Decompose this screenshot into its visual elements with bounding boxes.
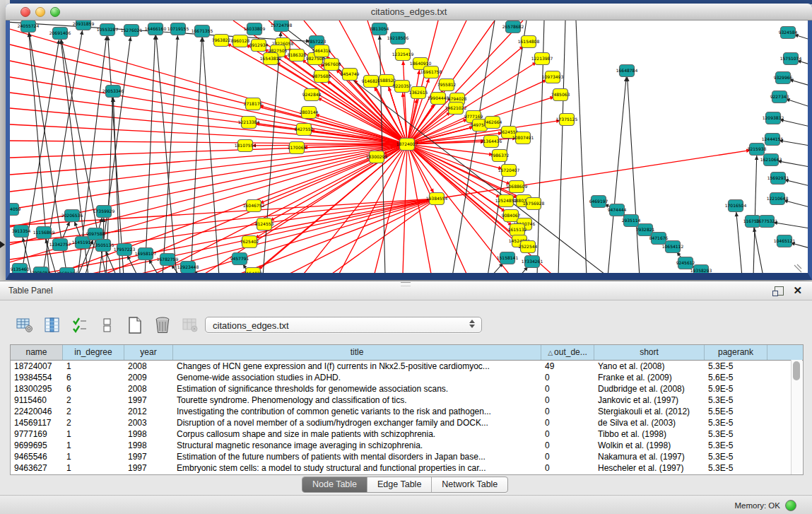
- cell[interactable]: Corpus callosum shape and size in male p…: [173, 428, 541, 440]
- cell[interactable]: 0: [541, 406, 594, 417]
- cell[interactable]: 22420046: [11, 406, 63, 417]
- network-node[interactable]: 16648784: [616, 65, 638, 77]
- network-node[interactable]: 20053346: [102, 86, 124, 98]
- cell[interactable]: Stergiakouli et al. (2012): [594, 406, 705, 417]
- table-row[interactable]: 969969511998Structural magnetic resonanc…: [11, 440, 803, 451]
- network-node[interactable]: 9135460: [11, 264, 30, 274]
- network-node[interactable]: 16543812: [260, 53, 282, 65]
- cell[interactable]: 5.5E-5: [705, 406, 767, 417]
- cell[interactable]: Yano et al. (2008): [594, 361, 705, 372]
- select-columns-icon[interactable]: [71, 316, 89, 334]
- network-node[interactable]: 19384554: [426, 193, 448, 205]
- cell[interactable]: 0: [541, 440, 594, 451]
- cell[interactable]: 2008: [124, 361, 173, 372]
- cell[interactable]: 2008: [124, 383, 173, 395]
- network-node[interactable]: 10719155: [167, 23, 189, 35]
- cell[interactable]: 2012: [124, 406, 173, 417]
- network-node[interactable]: 7625402: [240, 236, 259, 248]
- table-row[interactable]: 1830029562008Estimation of significance …: [11, 383, 803, 395]
- network-node[interactable]: 9474444: [608, 204, 627, 216]
- cell[interactable]: 2: [63, 417, 124, 428]
- table-row[interactable]: 1456911722003Disruption of a novel membe…: [11, 417, 803, 428]
- cell[interactable]: Investigating the contribution of common…: [173, 406, 541, 417]
- cell[interactable]: 1997: [124, 395, 173, 406]
- cell[interactable]: 5.3E-5: [705, 462, 767, 474]
- table-row[interactable]: 946362711997Embryonic stem cells: a mode…: [11, 462, 803, 474]
- network-node[interactable]: 1170065: [288, 142, 307, 154]
- network-node[interactable]: 18107554: [235, 140, 257, 152]
- cell[interactable]: Nakamura et al. (1997): [594, 451, 705, 462]
- table-scrollbar[interactable]: [791, 360, 802, 474]
- network-node[interactable]: 15724798: [271, 21, 293, 32]
- network-node[interactable]: 10807491: [512, 132, 534, 144]
- cell[interactable]: Franke et al. (2009): [594, 372, 705, 383]
- cell[interactable]: Jankovic et al. (1997): [594, 395, 705, 406]
- network-node[interactable]: 15158141: [497, 252, 519, 264]
- cell[interactable]: 0: [541, 372, 594, 383]
- network-node[interactable]: 7485063: [551, 89, 570, 101]
- network-node[interactable]: 17957223: [114, 244, 136, 256]
- network-node[interactable]: 16775321: [756, 216, 778, 228]
- network-node[interactable]: 8427552: [295, 124, 314, 136]
- zoom-traffic-light[interactable]: [50, 7, 60, 17]
- network-node[interactable]: 7963822: [212, 35, 231, 47]
- cell[interactable]: Genome-wide association studies in ADHD.: [173, 372, 541, 383]
- network-node[interactable]: 26578682: [502, 21, 524, 33]
- network-node[interactable]: 7955812: [437, 79, 457, 91]
- network-node[interactable]: 20681296: [57, 268, 78, 274]
- network-node[interactable]: 20206536: [61, 210, 83, 222]
- cell[interactable]: Disruption of a novel member of a sodium…: [173, 417, 541, 428]
- column-header-in-degree[interactable]: in_degree: [63, 345, 124, 360]
- tab-node-table[interactable]: Node Table: [302, 477, 367, 492]
- network-node[interactable]: 16046752: [243, 200, 265, 212]
- table-row[interactable]: 977716911998Corpus callosum shape and si…: [11, 428, 803, 440]
- cell[interactable]: 0: [541, 417, 594, 428]
- network-node[interactable]: 9875685: [312, 71, 331, 83]
- network-node[interactable]: 24055724: [18, 21, 40, 33]
- table-row[interactable]: 946554611997Estimation of the future num…: [11, 451, 803, 462]
- cell[interactable]: 0: [541, 395, 594, 406]
- cell[interactable]: 2009: [124, 372, 173, 383]
- cell[interactable]: 5.3E-5: [705, 417, 767, 428]
- cell[interactable]: 9465546: [11, 451, 63, 462]
- table-row[interactable]: 2242004622012Investigating the contribut…: [11, 406, 803, 417]
- network-node[interactable]: 16154808: [518, 36, 540, 48]
- cell[interactable]: 5.3E-5: [705, 395, 767, 406]
- network-node[interactable]: 1362615: [409, 87, 428, 99]
- network-node[interactable]: 7462664: [483, 117, 502, 129]
- cell[interactable]: Tibbo et al. (1998): [594, 428, 705, 440]
- hidden-panel-arrow-icon[interactable]: [0, 241, 5, 248]
- network-node[interactable]: 10553287: [97, 24, 119, 36]
- network-node[interactable]: 10688609: [506, 181, 528, 193]
- cell[interactable]: 5.6E-5: [705, 372, 767, 383]
- cell[interactable]: 2: [63, 395, 124, 406]
- cell[interactable]: 5.3E-5: [705, 440, 767, 451]
- network-node[interactable]: 9245612: [676, 257, 695, 269]
- network-node[interactable]: 9329966: [774, 72, 793, 84]
- network-node[interactable]: 9457791: [230, 253, 249, 265]
- cell[interactable]: Estimation of the future numbers of pati…: [173, 451, 541, 462]
- network-node[interactable]: 16033809: [244, 23, 266, 35]
- network-node[interactable]: 20931859: [73, 21, 95, 30]
- network-node[interactable]: 20691406: [49, 28, 71, 40]
- column-header-year[interactable]: year: [124, 345, 173, 360]
- network-node[interactable]: 3913354: [12, 226, 31, 238]
- network-node[interactable]: 8215938: [748, 144, 767, 156]
- cell[interactable]: Dudbridge et al. (2008): [594, 383, 705, 395]
- network-node[interactable]: 2803144: [300, 107, 319, 119]
- network-node[interactable]: 8454749: [341, 69, 360, 81]
- cell[interactable]: 2: [63, 406, 124, 417]
- table-mode-icon[interactable]: [16, 316, 34, 334]
- cell[interactable]: 5.3E-5: [705, 361, 767, 372]
- network-node[interactable]: 17375125: [556, 114, 578, 126]
- cell[interactable]: 9463627: [11, 462, 63, 474]
- full-details-icon[interactable]: [98, 316, 117, 334]
- network-node[interactable]: 18300295: [366, 151, 388, 163]
- cell[interactable]: 18300295: [11, 383, 63, 395]
- network-node[interactable]: 9324584: [779, 27, 798, 39]
- cell[interactable]: Changes of HCN gene expression and I(f) …: [173, 361, 541, 372]
- network-node[interactable]: 19218506: [387, 33, 409, 45]
- network-node[interactable]: 10654112: [662, 241, 684, 253]
- cell[interactable]: 5.3E-5: [705, 428, 767, 440]
- cell[interactable]: Tourette syndrome. Phenomenology and cla…: [173, 395, 541, 406]
